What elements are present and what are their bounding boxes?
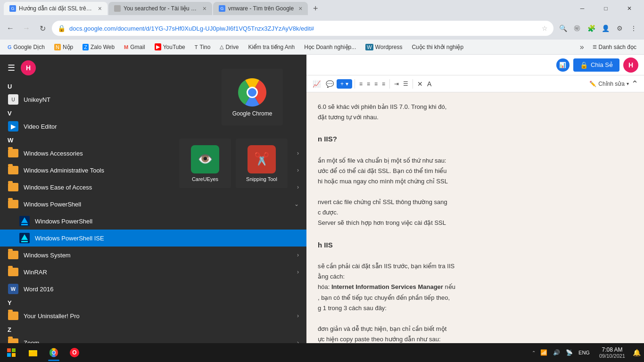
tab-3[interactable]: G vmware - Tìm trên Google × xyxy=(213,2,308,15)
toolbar-add-button[interactable]: + ▾ xyxy=(337,79,352,89)
bookmark-tino[interactable]: T Tino xyxy=(191,43,215,51)
toolbar-align-center[interactable]: ≡ xyxy=(365,79,372,89)
doc-content: 📊 🔒 Chia Sẻ H 📈 💬 + ▾ ≡ ≡ ≡ ≡ ⇥ ☰ xyxy=(306,55,644,362)
tray-network-icon[interactable]: 📶 xyxy=(538,348,549,357)
bookmark-cuocchi[interactable]: Cuộc thi khởi nghiệp xyxy=(408,43,467,51)
reload-button[interactable]: ↻ xyxy=(36,22,49,35)
snipping-icon: ✂️ xyxy=(248,145,276,173)
tab-1-close[interactable]: × xyxy=(98,5,102,12)
bookmark-gmail[interactable]: M Gmail xyxy=(120,43,149,51)
doc-line-4: ước để có thể cài đặt SSL. Bạn có thể tì… xyxy=(318,166,633,176)
share-icon: 🔒 xyxy=(580,61,588,69)
toolbar-format-icon[interactable]: A xyxy=(425,79,433,89)
toolbar-indent[interactable]: ⇥ xyxy=(392,79,401,89)
translate-icon[interactable]: ㊙ xyxy=(570,22,584,35)
taskbar-chrome[interactable] xyxy=(43,343,64,362)
bookmark-label: Kiểm tra tiếng Anh xyxy=(248,44,295,50)
bookmark-label: Drive xyxy=(225,44,239,50)
pinned-careueyes[interactable]: 👁️ CareUEyes xyxy=(179,139,231,188)
doc-user-icon[interactable]: 📊 xyxy=(556,58,570,72)
url-text: docs.google.com/document/d/1YG-J7sHf0XuD… xyxy=(69,25,538,32)
tab-2[interactable]: You searched for - Tài liệu hướng... × xyxy=(108,2,212,15)
toolbar-chart-icon[interactable]: 📈 xyxy=(310,79,323,89)
win-system-icon xyxy=(8,249,19,261)
toolbar-align-right[interactable]: ≡ xyxy=(372,79,380,89)
language-indicator[interactable]: ENG xyxy=(577,350,592,355)
add-label: ▾ xyxy=(346,81,348,87)
notification-button[interactable]: 🔔 xyxy=(629,343,644,362)
new-tab-button[interactable]: + xyxy=(309,2,322,15)
word-icon: W xyxy=(8,283,19,295)
bookmark-google-dich[interactable]: G Google Dịch xyxy=(4,43,49,51)
bookmark-nop[interactable]: N Nộp xyxy=(50,43,77,51)
close-button[interactable]: ✕ xyxy=(619,0,640,17)
toolbar-clear-format[interactable]: ✕ xyxy=(415,79,425,89)
edit-mode-label: Chỉnh sửa xyxy=(598,81,625,87)
extension-icon-1[interactable]: 🧩 xyxy=(585,22,598,35)
win-admin-tools-icon xyxy=(8,165,19,176)
win-ps-folder-icon xyxy=(8,198,19,210)
tray-wifi-icon[interactable]: 📡 xyxy=(564,348,575,357)
tab-1[interactable]: G Hướng dẫn cài đặt SSL trên IIS &... × xyxy=(4,2,107,15)
bookmark-drive[interactable]: △ Drive xyxy=(216,43,242,51)
snipping-label: Snipping Tool xyxy=(246,176,277,182)
word-label: Word 2016 xyxy=(24,286,299,293)
tab-3-close[interactable]: × xyxy=(298,5,302,12)
doc-body: 6.0 sẽ khác với phiên bản IIS 7.0. Trong… xyxy=(306,92,644,362)
menu-icon[interactable]: ⋮ xyxy=(627,22,640,35)
bookmark-zalo[interactable]: Z Zalo Web xyxy=(79,43,118,51)
menu-item-win-powershell-folder[interactable]: Windows PowerShell ⌄ xyxy=(0,196,306,213)
toolbar-divider xyxy=(355,79,355,89)
profile-icon[interactable]: 👤 xyxy=(599,22,612,35)
minimize-button[interactable]: ─ xyxy=(571,0,593,17)
extensions-icon[interactable]: ⚙ xyxy=(613,22,626,35)
bookmark-wordpress[interactable]: W Wordpress xyxy=(362,43,406,51)
bookmark-label: Danh sách đọc xyxy=(599,44,636,50)
toolbar-divider2 xyxy=(389,79,390,89)
bookmarks-bar: G Google Dịch N Nộp Z Zalo Web M Gmail ▶… xyxy=(0,40,644,55)
edit-mode-selector[interactable]: ✏️ Chỉnh sửa ▾ xyxy=(589,81,629,87)
tray-expand-button[interactable]: ⌃ xyxy=(531,349,537,356)
menu-item-win-powershell-ise[interactable]: Windows PowerShell ISE xyxy=(0,230,306,247)
lens-icon[interactable]: 🔍 xyxy=(556,22,570,35)
window-controls: ─ □ ✕ xyxy=(571,0,640,17)
toolbar-list[interactable]: ☰ xyxy=(401,79,410,89)
tab-2-close[interactable]: × xyxy=(203,5,206,12)
doc-line-11: hóa: Internet Information Services Manag… xyxy=(318,282,633,292)
share-button[interactable]: 🔒 Chia Sẻ xyxy=(573,58,619,72)
bookmark-youtube[interactable]: ▶ YouTube xyxy=(151,42,189,51)
toolbar-comment-icon[interactable]: 💬 xyxy=(323,79,336,89)
bookmarks-more-button[interactable]: » xyxy=(577,42,587,52)
maximize-button[interactable]: □ xyxy=(595,0,617,17)
clock[interactable]: 7:08 AM 09/10/2021 xyxy=(595,346,629,359)
pinned-snipping[interactable]: ✂️ Snipping Tool xyxy=(236,139,288,188)
tray-volume-icon[interactable]: 🔊 xyxy=(551,348,562,357)
toolbar-align-left[interactable]: ≡ xyxy=(357,79,364,89)
user-avatar[interactable]: H xyxy=(21,60,36,75)
bookmark-danhsach[interactable]: ☰ Danh sách đọc xyxy=(589,43,640,51)
video-editor-icon: ▶ xyxy=(8,121,19,132)
doc-line-6: nvert các file chứng chỉ SSL thông thườn… xyxy=(318,197,633,207)
back-button[interactable]: ← xyxy=(4,22,17,35)
menu-item-winrar[interactable]: WinRAR › xyxy=(0,263,306,280)
user-profile-icon[interactable]: H xyxy=(623,58,638,73)
bookmark-label: YouTube xyxy=(163,44,185,50)
hamburger-icon[interactable]: ☰ xyxy=(8,63,15,73)
forward-button[interactable]: → xyxy=(20,22,33,35)
taskbar-opera[interactable]: O xyxy=(64,343,85,362)
start-button[interactable] xyxy=(0,343,23,362)
menu-item-win-system[interactable]: Windows System › xyxy=(0,247,306,263)
menu-item-win-powershell[interactable]: Windows PowerShell xyxy=(0,213,306,230)
bookmark-hoc[interactable]: Học Doanh nghiệp... xyxy=(300,43,360,51)
star-icon[interactable]: ☆ xyxy=(542,25,548,32)
taskbar-file-explorer[interactable] xyxy=(23,343,43,362)
collapse-button[interactable]: ⌃ xyxy=(629,79,640,89)
menu-item-word[interactable]: W Word 2016 xyxy=(0,280,306,297)
add-icon: + xyxy=(340,81,344,87)
url-bar[interactable]: 🔒 docs.google.com/document/d/1YG-J7sHf0X… xyxy=(52,21,553,36)
svg-rect-3 xyxy=(7,348,11,352)
toolbar-align-justify[interactable]: ≡ xyxy=(380,79,387,89)
bookmark-kiemtra[interactable]: Kiểm tra tiếng Anh xyxy=(244,43,298,51)
menu-item-your-uninstaller[interactable]: Your Uninstaller! Pro › xyxy=(0,307,306,324)
pinned-chrome[interactable]: Google Chrome xyxy=(222,69,283,125)
